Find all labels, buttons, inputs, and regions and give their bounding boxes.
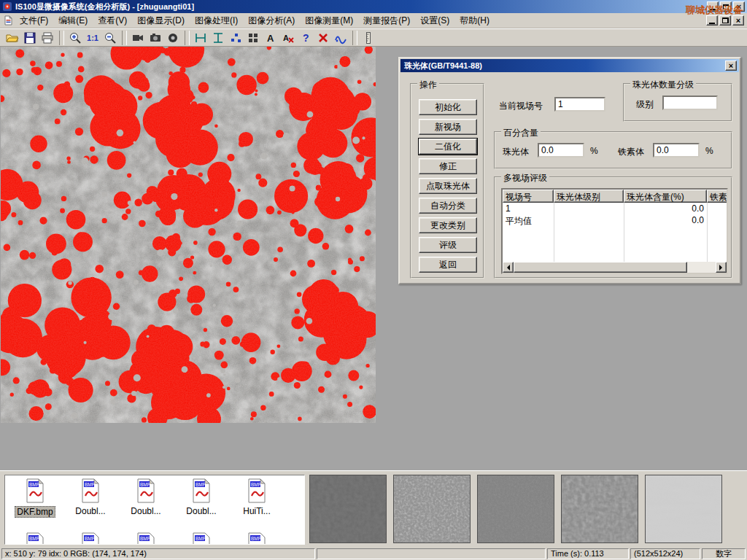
status-image-size: (512x512x24)	[630, 548, 700, 559]
cell-ferrite	[707, 203, 728, 215]
scale-ruler-button[interactable]	[360, 30, 377, 46]
svg-text:BMP: BMP	[251, 482, 261, 487]
print-button[interactable]	[39, 30, 56, 46]
child-close-button[interactable]: ×	[732, 15, 744, 26]
status-time: Time (s): 0.113	[547, 548, 629, 559]
child-restore-button[interactable]	[719, 15, 731, 26]
file-item-partial[interactable]: BMP	[230, 532, 284, 545]
menu-item-measure-report[interactable]: 测量报告(P)	[358, 13, 415, 28]
child-minimize-button[interactable]	[706, 15, 718, 26]
file-item-huiti[interactable]: BMP HuiTi...	[230, 478, 284, 516]
file-item-partial[interactable]: BMP	[8, 532, 62, 545]
dialog-close-icon: ×	[729, 62, 733, 69]
scrollbar-track[interactable]	[687, 262, 716, 273]
file-item-partial[interactable]: BMP	[174, 532, 228, 545]
thumbnail-image[interactable]	[645, 475, 722, 543]
thumbnail-image[interactable]	[561, 475, 638, 543]
bmp-file-icon: BMP	[24, 532, 46, 545]
file-name: Doubl...	[74, 506, 107, 516]
status-bar: x: 510 y: 79 idx: 0 RGB: (174, 174, 174)…	[0, 548, 747, 560]
thumbnail-image[interactable]	[393, 475, 471, 543]
ferrite-unit: %	[705, 146, 713, 156]
file-list[interactable]: BMP DKF.bmp BMP Doubl...	[4, 475, 305, 545]
column-header-content[interactable]: 珠光体含量(%)	[624, 190, 707, 203]
save-button[interactable]	[21, 30, 39, 46]
scrollbar-thumb[interactable]	[514, 262, 687, 273]
ferrite-label: 铁素体	[618, 146, 644, 158]
text-remove-button[interactable]: A	[279, 30, 297, 46]
grade-input[interactable]	[662, 96, 718, 110]
pick-pearlite-button[interactable]: 点取珠光体	[419, 178, 477, 194]
actual-size-button[interactable]: 1:1	[84, 30, 101, 46]
column-header-ferrite[interactable]: 铁素	[707, 190, 728, 203]
file-item-partial[interactable]: BMP	[119, 532, 173, 545]
menu-item-image-process[interactable]: 图像处理(I)	[190, 13, 243, 28]
svg-text:BMP: BMP	[29, 536, 39, 541]
table-row[interactable]: 1 0.0	[503, 203, 727, 215]
cell-field: 1	[503, 203, 554, 215]
binarize-button[interactable]: 二值化	[419, 139, 477, 155]
grid-count-button[interactable]	[244, 30, 262, 46]
document-icon[interactable]	[3, 15, 13, 26]
cell-level	[554, 215, 624, 227]
file-name: DKF.bmp	[15, 506, 55, 518]
open-button[interactable]	[4, 30, 21, 46]
delete-measure-button[interactable]	[314, 30, 332, 46]
video-capture-button[interactable]	[129, 30, 147, 46]
table-row[interactable]: 平均值 0.0	[503, 215, 727, 227]
thumbnail-image[interactable]	[309, 475, 387, 543]
correct-button[interactable]: 修正	[419, 158, 477, 174]
ferrite-percent-input[interactable]	[653, 143, 700, 158]
menu-item-edit[interactable]: 编辑(E)	[53, 13, 93, 28]
file-item-doubl3[interactable]: BMP Doubl...	[174, 478, 228, 516]
svg-text:BMP: BMP	[29, 482, 39, 487]
pearlite-dialog[interactable]: 珠光体(GB/T9441-88) × 操作 初始化 新视场 二值化 修正 点取珠…	[398, 57, 741, 284]
return-button[interactable]: 返回	[419, 257, 477, 273]
auto-classify-button[interactable]: 自动分类	[419, 198, 477, 214]
horizontal-scrollbar[interactable]	[503, 262, 727, 273]
rating-table[interactable]: 视场号 珠光体级别 珠光体含量(%) 铁素 1 0.0	[501, 188, 728, 274]
svg-text:A: A	[267, 33, 274, 44]
current-field-input[interactable]	[554, 97, 605, 112]
column-header-level[interactable]: 珠光体级别	[554, 190, 624, 203]
menu-item-file[interactable]: 文件(F)	[15, 13, 53, 28]
column-header-field[interactable]: 视场号	[503, 190, 554, 203]
text-label-button[interactable]: A	[262, 30, 279, 46]
menu-item-image-display[interactable]: 图像显示(D)	[132, 13, 190, 28]
capture-target-icon	[166, 31, 179, 44]
new-field-button[interactable]: 新视场	[419, 119, 477, 135]
change-class-button[interactable]: 更改类别	[419, 217, 477, 233]
menu-item-help[interactable]: 帮助(H)	[454, 13, 495, 28]
text-remove-icon: A	[282, 31, 295, 44]
file-item-doubl1[interactable]: BMP Doubl...	[63, 478, 117, 516]
zoom-in-button[interactable]	[66, 30, 84, 46]
initialize-button[interactable]: 初始化	[419, 99, 477, 115]
rate-button[interactable]: 评级	[419, 237, 477, 253]
profile-curve-button[interactable]	[332, 30, 349, 46]
menu-item-settings[interactable]: 设置(S)	[415, 13, 454, 28]
dialog-title-bar[interactable]: 珠光体(GB/T9441-88) ×	[400, 59, 739, 72]
thumbnail-image[interactable]	[477, 475, 554, 543]
help-button[interactable]: ?	[297, 30, 314, 46]
title-bar[interactable]: IS100显微摄像系统(金相分析版) - [zhuguangti01] ×	[0, 0, 747, 13]
measure-horizontal-button[interactable]	[192, 30, 209, 46]
file-item-dkf[interactable]: BMP DKF.bmp	[8, 478, 62, 518]
file-item-partial[interactable]: BMP	[63, 532, 117, 545]
multi-point-button[interactable]	[227, 30, 244, 46]
menu-item-view[interactable]: 查看(V)	[93, 13, 132, 28]
pearlite-percent-input[interactable]	[538, 143, 584, 158]
zoom-out-button[interactable]	[101, 30, 119, 46]
metallograph-image[interactable]	[1, 47, 376, 423]
rating-group: 多视场评级 视场号 珠光体级别 珠光体含量(%) 铁素 1 0.0	[494, 176, 732, 279]
file-item-doubl2[interactable]: BMP Doubl...	[119, 478, 173, 516]
vendor-watermark: 聊城仪器设备	[686, 4, 743, 17]
photo-capture-button[interactable]	[147, 30, 164, 46]
target-capture-button[interactable]	[164, 30, 182, 46]
scroll-left-button[interactable]	[503, 262, 514, 273]
menu-item-image-analysis[interactable]: 图像分析(A)	[243, 13, 300, 28]
rating-group-label: 多视场评级	[501, 172, 549, 184]
menu-item-image-measure[interactable]: 图像测量(M)	[300, 13, 358, 28]
scroll-right-button[interactable]	[716, 262, 727, 273]
dialog-close-button[interactable]: ×	[725, 61, 737, 71]
measure-vertical-button[interactable]	[209, 30, 227, 46]
